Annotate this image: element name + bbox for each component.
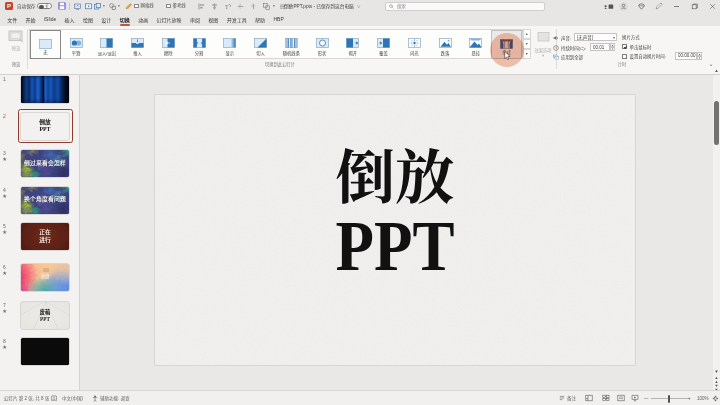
normal-view-button[interactable] <box>585 391 593 405</box>
transition-item[interactable]: 闪光 <box>399 30 430 59</box>
ribbon-tab[interactable]: 设计 <box>97 12 115 26</box>
collapse-ribbon-chevron-icon[interactable]: ⌄ <box>706 59 716 67</box>
scrollbar-thumb[interactable] <box>714 101 719 145</box>
gallery-more-button[interactable]: ▾ <box>523 49 531 59</box>
transition-item[interactable]: 平滑 <box>61 30 92 59</box>
ribbon-tab[interactable]: 视图 <box>204 12 222 26</box>
slide-thumbnail-item[interactable]: 4 ★ 换个角度看问题 <box>0 187 79 214</box>
on-click-checkbox[interactable] <box>622 44 627 49</box>
align-left-button[interactable] <box>197 3 205 10</box>
gridlines-checkbox[interactable] <box>134 4 139 9</box>
spin-down-icon[interactable]: ▾ <box>610 47 615 51</box>
slide-title[interactable]: PPT <box>155 95 635 365</box>
slide-thumbnail[interactable] <box>21 76 69 103</box>
after-time-input[interactable]: 00:00.00 <box>675 52 697 60</box>
transition-item[interactable]: 分割 <box>184 30 215 59</box>
autosave-toggle[interactable]: 关 <box>37 0 52 12</box>
ribbon-tab[interactable]: 绘图 <box>79 12 97 26</box>
premium-gem-button[interactable] <box>637 3 645 10</box>
ribbon-tab[interactable]: 开始 <box>21 12 39 26</box>
ribbon-tab[interactable]: iSlide <box>40 12 61 26</box>
ribbon-tab[interactable]: 审阅 <box>186 12 204 26</box>
close-button[interactable] <box>704 0 720 12</box>
slide-sorter-view-button[interactable] <box>602 391 610 405</box>
guides-checkbox[interactable] <box>166 4 171 9</box>
zoom-in-button[interactable]: + <box>688 391 691 405</box>
slide-thumbnail[interactable] <box>21 338 69 365</box>
copy-slides-button[interactable] <box>93 3 101 10</box>
ribbon-tab[interactable]: 开发工具 <box>223 12 251 26</box>
present-button[interactable] <box>84 3 92 10</box>
transition-item[interactable]: 随机线条 <box>276 30 307 59</box>
duration-spinner[interactable]: ▴ ▾ <box>610 43 615 51</box>
transition-item[interactable]: 淡入/淡出 <box>92 30 123 59</box>
save-button[interactable] <box>58 0 66 12</box>
transition-item[interactable]: 揭开 <box>338 30 369 59</box>
current-slide[interactable]: PPT <box>155 95 635 365</box>
zoom-slider[interactable] <box>651 398 689 399</box>
app-icon[interactable]: P <box>5 0 13 12</box>
minimize-button[interactable] <box>668 0 684 12</box>
sound-select[interactable]: [无声音] ▾ <box>574 33 617 41</box>
slideshow-view-button[interactable] <box>631 391 639 405</box>
ribbon-tab[interactable]: HBP <box>269 12 288 26</box>
slide-thumbnail-item[interactable]: 6 ★ 谢谢 <box>0 264 79 291</box>
flip-vertical-button[interactable] <box>236 3 244 10</box>
transition-item[interactable]: 覆盖 <box>368 30 399 59</box>
slide-thumbnail[interactable]: 倒放 PPT <box>21 113 69 140</box>
vertical-scrollbar[interactable]: ▲ ▼ ▲▲ ▼▼ <box>713 75 720 390</box>
transition-item[interactable]: 无 <box>30 30 61 59</box>
spin-down-icon[interactable]: ▾ <box>697 56 702 60</box>
scroll-up-icon[interactable]: ▲ <box>713 69 720 74</box>
transition-item[interactable]: 悬挂 <box>461 30 492 59</box>
after-checkbox[interactable] <box>622 54 627 59</box>
slide-thumbnail-item[interactable]: 2 倒放 PPT <box>0 113 79 140</box>
zoom-slider-thumb[interactable] <box>668 395 671 403</box>
preview-button[interactable]: 预览 <box>6 30 26 58</box>
slide-thumbnail-item[interactable]: 1 <box>0 76 79 103</box>
draw-pen-button[interactable] <box>124 3 132 10</box>
ribbon-tab[interactable]: 插入 <box>60 12 78 26</box>
slide-thumbnail[interactable]: 倒过来看会怎样 <box>21 150 69 177</box>
slide-thumbnail-item[interactable]: 8 ★ <box>0 338 79 365</box>
dropdown-caret-icon[interactable]: ▾ <box>272 3 276 10</box>
editing-mode-button[interactable] <box>654 3 663 10</box>
align-center-button[interactable] <box>210 3 218 10</box>
flip-horizontal-button[interactable] <box>249 3 257 10</box>
slide-thumbnail[interactable]: 谢谢 <box>21 264 69 291</box>
ribbon-tab[interactable]: 文件 <box>3 12 21 26</box>
slide-counter[interactable]: 幻灯片 第 2 张, 共 8 张 <box>4 391 49 405</box>
zoom-out-button[interactable]: — <box>644 391 649 405</box>
effect-options-button[interactable]: 效果选项 ▾ <box>531 29 555 71</box>
advance-after[interactable]: 设置自动换片时间: <box>622 53 666 59</box>
ribbon-tab[interactable]: 帮助 <box>251 12 269 26</box>
transition-item[interactable]: 擦除 <box>153 30 184 59</box>
gallery-scroll-down-button[interactable]: ▾ <box>523 39 531 49</box>
transition-item[interactable]: 推入 <box>122 30 153 59</box>
slide-thumbnail[interactable]: 废稿 PPT <box>21 302 69 329</box>
slide-thumbnail-item[interactable]: 3 ★ 倒过来看会怎样 <box>0 150 79 177</box>
slide-thumbnail-item[interactable]: 5 ★ 正在 进行 <box>0 223 79 250</box>
ribbon-tab[interactable]: 动画 <box>134 12 152 26</box>
slide-thumbnail-item[interactable]: 7 ★ 废稿 PPT <box>0 302 79 329</box>
transition-item[interactable]: 切入 <box>245 30 276 59</box>
maximize-button[interactable] <box>686 0 702 12</box>
search-input[interactable]: 搜索 <box>385 2 545 11</box>
slide-thumbnail[interactable]: 换个角度看问题 <box>21 187 69 214</box>
share-screen-button[interactable] <box>73 3 81 10</box>
shapes-button[interactable] <box>108 3 116 10</box>
rotate-text-button[interactable]: T <box>223 3 231 10</box>
dropdown-caret-icon[interactable]: ▾ <box>102 3 106 10</box>
reading-view-button[interactable] <box>617 391 625 405</box>
fit-to-window-button[interactable] <box>712 391 719 405</box>
gallery-scroll-up-button[interactable]: ▴ <box>523 29 531 39</box>
ribbon-tab[interactable]: 切换 <box>116 12 134 26</box>
ribbon-tab[interactable]: 幻灯片放映 <box>152 12 185 26</box>
transition-item[interactable]: 显示 <box>215 30 246 59</box>
spellcheck-button[interactable] <box>51 391 57 405</box>
editing-canvas[interactable]: PPT <box>80 75 713 390</box>
zoom-level[interactable]: 100% <box>697 391 709 405</box>
document-title[interactable]: 倒放PPT.pptx - 已保存到这台电脑∨ <box>284 3 361 9</box>
duration-input[interactable]: 00.01 <box>590 43 610 51</box>
scroll-down-icon[interactable]: ▼ <box>713 370 720 375</box>
